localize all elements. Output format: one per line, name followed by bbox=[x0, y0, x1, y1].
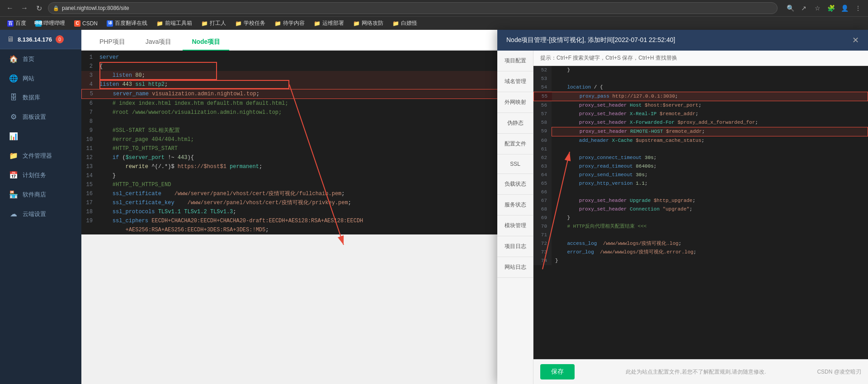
folder-icon-2: 📁 bbox=[201, 20, 208, 27]
sidebar-item-cron[interactable]: 📅 计划任务 bbox=[0, 165, 81, 185]
server-ip: 8.136.14.176 bbox=[18, 36, 52, 43]
modal-code-line-58: 58 proxy_set_header X-Forwarded-For $pro… bbox=[533, 118, 868, 127]
modal-code-line-60: 60 add_header X-Cache $upstream_cache_st… bbox=[533, 136, 868, 145]
refresh-button[interactable]: ↻ bbox=[33, 3, 44, 14]
gear-icon: ⚙ bbox=[9, 112, 18, 121]
modal-code-line-63: 63 proxy_read_timeout 86400s; bbox=[533, 162, 868, 171]
cloud-icon: ☁ bbox=[9, 210, 18, 218]
modal-code-editor[interactable]: 52 } 53 54 location / { bbox=[533, 66, 868, 359]
sidebar-item-store[interactable]: 🏪 软件商店 bbox=[0, 185, 81, 204]
modal-code-line-66: 66 bbox=[533, 188, 868, 197]
modal-nav-wan-mapping[interactable]: 外网映射 bbox=[497, 92, 533, 113]
bookmark-xuexiao[interactable]: 📁 学校任务 bbox=[231, 19, 269, 28]
share-icon[interactable]: ↗ bbox=[798, 3, 809, 14]
bookmark-baidu[interactable]: 百 百度 bbox=[4, 19, 30, 28]
browser-action-buttons: 🔍 ↗ ☆ 🧩 👤 ⋮ bbox=[785, 3, 863, 14]
fanyi-icon: 译 bbox=[107, 20, 113, 27]
tab-php[interactable]: PHP项目 bbox=[90, 34, 134, 51]
content-area: PHP项目 Java项目 Node项目 1 server 2 { 3 bbox=[81, 30, 868, 384]
sidebar-item-files[interactable]: 📁 文件管理器 bbox=[0, 146, 81, 165]
modal-body: 项目配置 域名管理 外网映射 伪静态 配置文件 SSL 负载状态 服务状态 模块… bbox=[497, 51, 868, 384]
bookmark-fanyi[interactable]: 译 百度翻译在线 bbox=[103, 19, 151, 28]
footer-note: 此处为站点主配置文件,若您不了解配置规则,请勿随意修改. bbox=[626, 368, 766, 376]
folder-icon-6: 📁 bbox=[353, 20, 360, 27]
modal-nav-module-mgmt[interactable]: 模块管理 bbox=[497, 215, 533, 236]
modal-panel: Node项目管理-[疫情可视化], 添加时间[2022-07-01 22:52:… bbox=[497, 30, 868, 384]
modal-nav-ssl[interactable]: SSL bbox=[497, 155, 533, 174]
search-icon[interactable]: 🔍 bbox=[785, 3, 796, 14]
globe-icon: 🌐 bbox=[9, 74, 18, 83]
bookmark-wangluo[interactable]: 📁 网络攻防 bbox=[349, 19, 387, 28]
sidebar-item-database[interactable]: 🗄 数据库 bbox=[0, 88, 81, 107]
modal-code-line-71: 71 bbox=[533, 231, 868, 239]
sidebar-item-settings-label: 面板设置 bbox=[23, 113, 46, 121]
sidebar-header: 🖥 8.136.14.176 0 bbox=[0, 30, 81, 49]
calendar-icon: 📅 bbox=[9, 171, 18, 179]
modal-close-button[interactable]: ✕ bbox=[852, 35, 859, 45]
star-icon[interactable]: ☆ bbox=[812, 3, 823, 14]
bookmark-dagong[interactable]: 📁 打工人 bbox=[198, 19, 230, 28]
lock-icon: 🔒 bbox=[53, 5, 59, 11]
sidebar-item-home-label: 首页 bbox=[23, 55, 34, 63]
bookmark-yunwei[interactable]: 📁 运维部署 bbox=[310, 19, 348, 28]
modal-code-line-55: 55 proxy_pass http://127.0.0.1:3030; bbox=[533, 92, 868, 101]
tab-java[interactable]: Java项目 bbox=[137, 34, 181, 51]
bookmarks-bar: 百 百度 哔哩 哔哩哔哩 C CSDN 译 百度翻译在线 📁 前端工具箱 📁 打… bbox=[0, 16, 868, 30]
folder-icon-1: 📁 bbox=[156, 20, 163, 27]
folder-icon-3: 📁 bbox=[235, 20, 242, 27]
bookmark-dagong-label: 打工人 bbox=[210, 19, 226, 27]
save-button[interactable]: 保存 bbox=[540, 364, 575, 379]
bookmark-qianduan[interactable]: 📁 前端工具箱 bbox=[153, 19, 196, 28]
bookmark-yunwei-label: 运维部署 bbox=[322, 19, 344, 27]
store-icon: 🏪 bbox=[9, 190, 18, 199]
modal-nav-service-status[interactable]: 服务状态 bbox=[497, 195, 533, 215]
modal-title: Node项目管理-[疫情可视化], 添加时间[2022-07-01 22:52:… bbox=[506, 36, 675, 44]
modal-nav-load-status[interactable]: 负载状态 bbox=[497, 174, 533, 195]
server-icon: 🖥 bbox=[7, 35, 14, 43]
bookmark-bilibili-label: 哔哩哔哩 bbox=[43, 19, 65, 27]
modal-code-line-74: 74 } bbox=[533, 257, 868, 265]
modal-nav-site-log[interactable]: 网站日志 bbox=[497, 257, 533, 278]
folder-icon-5: 📁 bbox=[314, 20, 321, 27]
modal-nav-project-log[interactable]: 项目日志 bbox=[497, 236, 533, 257]
sidebar-item-website[interactable]: 🌐 网站 bbox=[0, 69, 81, 88]
modal-nav-domain[interactable]: 域名管理 bbox=[497, 71, 533, 92]
extensions-icon[interactable]: 🧩 bbox=[826, 3, 836, 14]
sidebar-item-monitor[interactable]: 📊 bbox=[0, 126, 81, 146]
tab-node[interactable]: Node项目 bbox=[183, 34, 229, 51]
modal-nav-config-file[interactable]: 配置文件 bbox=[497, 134, 533, 155]
database-icon: 🗄 bbox=[9, 94, 18, 102]
url-text: panel.nightowl.top:8086/site bbox=[62, 5, 129, 11]
forward-button[interactable]: → bbox=[19, 3, 30, 14]
sidebar-item-home[interactable]: 🏠 首页 bbox=[0, 49, 81, 69]
bookmark-fanyi-label: 百度翻译在线 bbox=[115, 19, 147, 27]
monitor-icon: 📊 bbox=[9, 132, 18, 140]
menu-icon[interactable]: ⋮ bbox=[853, 3, 863, 14]
bookmark-baipiao[interactable]: 📁 白嫖怪 bbox=[389, 19, 421, 28]
sidebar-item-cloud-label: 云端设置 bbox=[23, 210, 46, 218]
modal-code-line-54: 54 location / { bbox=[533, 83, 868, 92]
modal-nav-project-config[interactable]: 项目配置 bbox=[497, 51, 533, 71]
modal-code-line-69: 69 } bbox=[533, 214, 868, 222]
modal-code-line-61: 61 bbox=[533, 145, 868, 154]
sidebar-item-settings[interactable]: ⚙ 面板设置 bbox=[0, 107, 81, 126]
modal-code-line-56: 56 proxy_set_header Host $host:$server_p… bbox=[533, 101, 868, 110]
sidebar-item-store-label: 软件商店 bbox=[23, 191, 46, 199]
modal-toolbar: 提示：Ctrl+F 搜索关键字，Ctrl+S 保存，Ctrl+H 查找替换 bbox=[533, 51, 868, 66]
sidebar-item-cloud[interactable]: ☁ 云端设置 bbox=[0, 204, 81, 224]
modal-code-line-65: 65 proxy_http_version 1.1; bbox=[533, 179, 868, 188]
bookmark-csdn[interactable]: C CSDN bbox=[71, 19, 101, 28]
bookmark-qianduan-label: 前端工具箱 bbox=[165, 19, 192, 27]
modal-code-line-73: 73 error_log /www/wwwlogs/疫情可视化.error.lo… bbox=[533, 248, 868, 257]
bookmark-daixue-label: 待学内容 bbox=[283, 19, 305, 27]
back-button[interactable]: ← bbox=[5, 3, 15, 14]
bookmark-bilibili[interactable]: 哔哩 哔哩哔哩 bbox=[32, 19, 69, 28]
modal-nav-pseudo-static[interactable]: 伪静态 bbox=[497, 113, 533, 134]
profile-icon[interactable]: 👤 bbox=[839, 3, 850, 14]
baidu-icon: 百 bbox=[7, 20, 14, 27]
bookmark-baipiao-label: 白嫖怪 bbox=[401, 19, 417, 27]
notification-badge: 0 bbox=[56, 35, 64, 43]
bookmark-daixue[interactable]: 📁 待学内容 bbox=[271, 19, 308, 28]
browser-chrome: ← → ↻ 🔒 panel.nightowl.top:8086/site 🔍 ↗… bbox=[0, 0, 868, 16]
url-bar[interactable]: 🔒 panel.nightowl.top:8086/site bbox=[48, 2, 778, 14]
